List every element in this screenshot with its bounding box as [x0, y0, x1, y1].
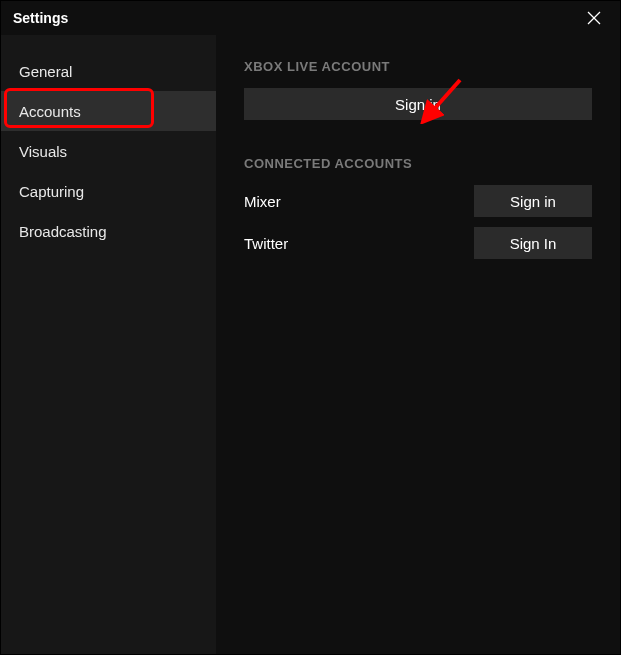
sidebar-item-capturing[interactable]: Capturing: [1, 171, 216, 211]
sidebar-item-label: Capturing: [19, 183, 84, 200]
twitter-signin-button[interactable]: Sign In: [474, 227, 592, 259]
sidebar-item-label: Accounts: [19, 103, 81, 120]
xbox-signin-button[interactable]: Sign in: [244, 88, 592, 120]
sidebar-item-visuals[interactable]: Visuals: [1, 131, 216, 171]
button-label: Sign In: [510, 235, 557, 252]
connected-account-name: Mixer: [244, 193, 281, 210]
connected-account-row: Twitter Sign In: [244, 227, 592, 259]
settings-window: Settings General Accounts Visuals Captur…: [0, 0, 621, 655]
content-area: General Accounts Visuals Capturing Broad…: [1, 35, 620, 654]
sidebar-item-label: Visuals: [19, 143, 67, 160]
mixer-signin-button[interactable]: Sign in: [474, 185, 592, 217]
sidebar-item-broadcasting[interactable]: Broadcasting: [1, 211, 216, 251]
button-label: Sign in: [510, 193, 556, 210]
sidebar-item-label: General: [19, 63, 72, 80]
window-title: Settings: [13, 10, 68, 26]
titlebar: Settings: [1, 1, 620, 35]
connected-accounts-header: CONNECTED ACCOUNTS: [244, 156, 592, 171]
sidebar-item-accounts[interactable]: Accounts: [1, 91, 216, 131]
main-panel: XBOX LIVE ACCOUNT Sign in CONNECTED ACCO…: [216, 35, 620, 654]
connected-account-name: Twitter: [244, 235, 288, 252]
xbox-live-account-header: XBOX LIVE ACCOUNT: [244, 59, 592, 74]
sidebar: General Accounts Visuals Capturing Broad…: [1, 35, 216, 654]
sidebar-item-label: Broadcasting: [19, 223, 107, 240]
close-icon[interactable]: [580, 4, 608, 32]
button-label: Sign in: [395, 96, 441, 113]
connected-account-row: Mixer Sign in: [244, 185, 592, 217]
sidebar-item-general[interactable]: General: [1, 51, 216, 91]
